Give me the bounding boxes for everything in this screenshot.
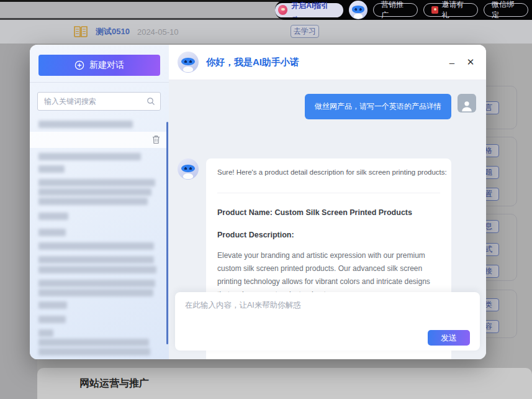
minimize-button[interactable]: – (445, 57, 459, 68)
course-title: 测试0510 (96, 26, 130, 37)
robot-chin (183, 66, 193, 72)
history-search-box (37, 92, 161, 111)
history-item-redacted[interactable] (38, 348, 150, 355)
history-item-redacted[interactable] (38, 198, 148, 205)
trash-icon[interactable] (152, 135, 160, 144)
robot-chin (354, 14, 363, 19)
robot-visor-icon (181, 165, 195, 173)
course-subheader: 测试0510 2024-05-10 去学习 (0, 20, 532, 44)
history-item-redacted[interactable] (38, 179, 155, 186)
sidebar-scrollbar[interactable] (166, 122, 168, 344)
history-item-redacted[interactable] (38, 289, 153, 296)
new-chat-label: 新建对话 (89, 60, 124, 71)
assistant-avatar (178, 158, 199, 180)
user-avatar (458, 94, 476, 112)
history-item-redacted[interactable] (38, 266, 156, 273)
history-item-redacted[interactable] (38, 213, 68, 220)
history-item-redacted[interactable] (38, 301, 67, 309)
person-icon (460, 99, 474, 112)
new-chat-button[interactable]: 新建对话 (38, 55, 160, 76)
history-item-redacted[interactable] (38, 339, 149, 346)
user-message-row: 做丝网产品，请写一个英语的产品详情 (305, 94, 476, 119)
ai-guide-icon (278, 5, 287, 15)
ai-guide-label: 开启AI指引 → (291, 1, 336, 20)
app-screen: 开启AI指引 → 营销推广 邀请有礼 微信绑定 测试0510 2024-05-1… (0, 0, 532, 399)
history-item-redacted[interactable] (38, 256, 154, 264)
conversation-sidebar: 新建对话 (30, 45, 169, 359)
sidebar-divider (30, 82, 169, 83)
dialog-title: 你好，我是AI助手小诺 (206, 57, 445, 68)
footer-section-card: 网站运营与推广 (37, 368, 532, 399)
dialog-header: 你好，我是AI助手小诺 – ✕ (169, 45, 486, 80)
assistant-avatar (178, 52, 199, 73)
ai-description-heading: Product Description: (217, 231, 440, 239)
search-icon (147, 97, 155, 106)
history-item-active[interactable] (30, 132, 168, 148)
composer-card: 发送 (175, 292, 480, 351)
ai-message-divider (217, 193, 440, 193)
invite-reward-button[interactable]: 邀请有礼 (423, 3, 478, 17)
assistant-robot-avatar[interactable] (349, 1, 367, 19)
topbar-actions-panel: 开启AI指引 → 营销推广 邀请有礼 微信绑定 (275, 0, 532, 20)
ai-assistant-dialog: 新建对话 (30, 45, 486, 359)
footer-section-heading: 网站运营与推广 (79, 377, 149, 390)
history-item-redacted[interactable] (38, 165, 65, 173)
robot-visor-icon (181, 58, 195, 66)
history-item-redacted[interactable] (38, 316, 66, 323)
history-item-redacted[interactable] (38, 242, 154, 250)
chat-panel: 你好，我是AI助手小诺 – ✕ 做丝网产品，请写一个英语的产品详情 (169, 45, 486, 359)
history-item-redacted[interactable] (38, 121, 133, 128)
composer-input[interactable] (175, 292, 480, 328)
history-item-redacted[interactable] (38, 188, 151, 196)
wechat-label: 微信绑定 (492, 0, 520, 21)
user-message-bubble: 做丝网产品，请写一个英语的产品详情 (305, 94, 451, 119)
history-item-redacted[interactable] (38, 153, 141, 160)
marketing-label: 营销推广 (381, 0, 410, 21)
marketing-promo-button[interactable]: 营销推广 (373, 3, 418, 17)
send-button[interactable]: 发送 (428, 330, 470, 346)
chat-message-area: 做丝网产品，请写一个英语的产品详情 Sure! Here's a (169, 80, 486, 359)
wechat-bind-button[interactable]: 微信绑定 (484, 3, 528, 17)
plus-circle-icon (74, 60, 84, 70)
robot-visor-icon (352, 6, 364, 12)
book-icon (73, 25, 88, 38)
invite-label: 邀请有礼 (441, 0, 470, 21)
history-item-redacted[interactable] (38, 280, 155, 287)
open-ai-guide-button[interactable]: 开启AI指引 → (275, 3, 343, 17)
conversation-history-list (30, 117, 169, 359)
robot-chin (183, 173, 193, 179)
go-study-button[interactable]: 去学习 (291, 25, 319, 38)
ai-intro-text: Sure! Here's a product detail descriptio… (217, 167, 440, 178)
history-item-redacted[interactable] (38, 229, 66, 236)
close-button[interactable]: ✕ (464, 57, 477, 68)
red-packet-icon (431, 6, 438, 14)
ai-product-name: Product Name: Custom Silk Screen Printed… (217, 208, 440, 217)
history-item-redacted[interactable] (38, 329, 53, 337)
course-date: 2024-05-10 (137, 27, 179, 37)
history-search-input[interactable] (38, 97, 147, 106)
